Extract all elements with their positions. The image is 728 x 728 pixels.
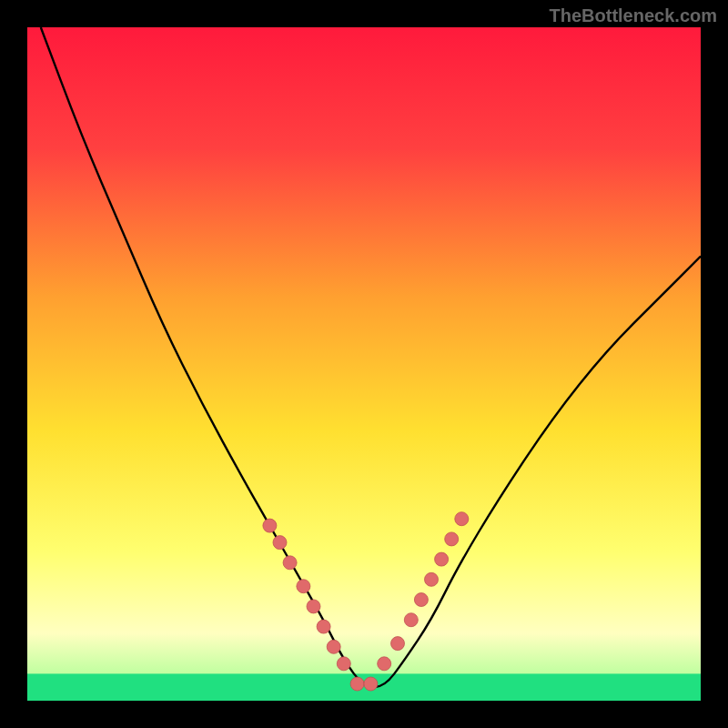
green-strip (27, 673, 701, 701)
curve-marker (327, 640, 340, 653)
gradient-background (27, 27, 701, 701)
chart-container: TheBottleneck.com (0, 0, 728, 728)
curve-marker (435, 552, 449, 566)
curve-marker (297, 580, 310, 593)
curve-marker (307, 600, 320, 613)
curve-marker (455, 512, 469, 526)
curve-marker (414, 593, 428, 607)
curve-marker (404, 613, 418, 627)
curve-marker (425, 572, 439, 586)
curve-marker (337, 657, 350, 671)
curve-marker (273, 536, 287, 550)
curve-marker (263, 519, 277, 532)
curve-marker (283, 556, 297, 570)
bottleneck-chart (27, 27, 701, 701)
curve-marker (378, 657, 391, 671)
curve-marker (445, 532, 459, 546)
watermark-text: TheBottleneck.com (550, 5, 717, 26)
curve-marker (364, 677, 378, 691)
curve-marker (317, 620, 330, 633)
curve-marker (350, 677, 364, 691)
curve-marker (391, 637, 405, 651)
